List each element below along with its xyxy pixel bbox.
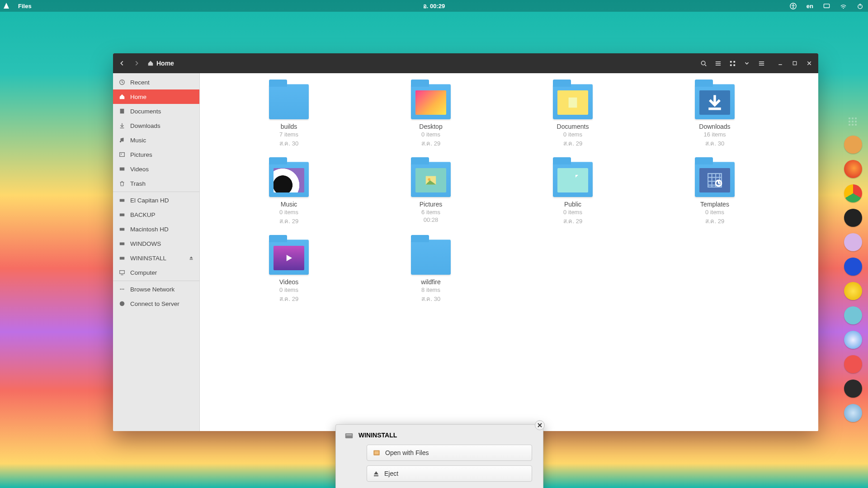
svg-rect-41 bbox=[374, 475, 378, 476]
dock-app-terminal[interactable] bbox=[844, 209, 862, 227]
dock-app-chromium[interactable] bbox=[844, 404, 862, 422]
folder-builds[interactable]: builds 7 items ส.ค. 30 bbox=[218, 84, 360, 148]
folder-date: ส.ค. 30 bbox=[421, 294, 440, 304]
eject-icon[interactable] bbox=[188, 254, 195, 262]
nav-back-button[interactable] bbox=[115, 56, 129, 70]
sidebar-item-windows[interactable]: WINDOWS bbox=[113, 236, 199, 251]
power-icon bbox=[857, 3, 863, 9]
minimize-button[interactable] bbox=[773, 56, 788, 70]
a11y-menu[interactable] bbox=[790, 3, 797, 9]
computer-icon bbox=[118, 269, 126, 276]
sidebar-item-home[interactable]: Home bbox=[113, 89, 199, 104]
dock-app-chrome[interactable] bbox=[844, 184, 862, 202]
chevron-down-icon bbox=[744, 60, 750, 66]
network-menu[interactable] bbox=[840, 3, 847, 9]
hamburger-menu-button[interactable] bbox=[754, 56, 769, 70]
dock-app-utility[interactable] bbox=[844, 355, 862, 373]
dock-app-editor[interactable] bbox=[844, 233, 862, 251]
svg-rect-17 bbox=[120, 153, 125, 157]
folder-pictures[interactable]: Pictures 6 items 00:28 bbox=[360, 162, 502, 226]
svg-rect-26 bbox=[120, 271, 125, 274]
dock-app-screenshot[interactable] bbox=[844, 306, 862, 324]
activities-button[interactable] bbox=[3, 2, 10, 9]
folder-wildfire[interactable]: wildfire 8 items ส.ค. 30 bbox=[360, 239, 502, 304]
titlebar[interactable]: Home bbox=[113, 53, 818, 73]
top-panel: Files อ. 00:29 en bbox=[0, 0, 868, 12]
dock-app-browser2[interactable] bbox=[844, 258, 862, 276]
folder-date: 00:28 bbox=[424, 216, 439, 223]
sidebar-item-backup[interactable]: BACKUP bbox=[113, 207, 199, 222]
places-sidebar: Recent Home Documents Downloads Music Pi… bbox=[113, 73, 200, 431]
trash-icon bbox=[118, 180, 126, 187]
notification-close-button[interactable] bbox=[535, 420, 545, 430]
search-icon bbox=[700, 60, 707, 67]
home-icon bbox=[147, 60, 154, 66]
sidebar-item-videos[interactable]: Videos bbox=[113, 162, 199, 176]
folder-date: ส.ค. 29 bbox=[563, 216, 582, 226]
drive-icon bbox=[118, 254, 126, 262]
folder-videos[interactable]: Videos 0 items ส.ค. 29 bbox=[218, 239, 360, 304]
keyboard-lang[interactable]: en bbox=[807, 3, 813, 9]
svg-rect-24 bbox=[120, 257, 125, 259]
folder-count: 0 items bbox=[563, 209, 582, 216]
svg-rect-13 bbox=[793, 61, 797, 65]
dock-app-settings[interactable] bbox=[844, 380, 862, 398]
display-menu[interactable] bbox=[823, 3, 830, 9]
dock-app-firefox[interactable] bbox=[844, 160, 862, 178]
eject-label: Eject bbox=[384, 470, 398, 477]
folder-date: ส.ค. 29 bbox=[563, 139, 582, 148]
sidebar-divider bbox=[113, 192, 199, 192]
dock-handle-icon[interactable] bbox=[849, 117, 858, 127]
eject-button[interactable]: Eject bbox=[367, 465, 532, 482]
maximize-button[interactable] bbox=[788, 56, 802, 70]
sidebar-item-browse-network[interactable]: Browse Network bbox=[113, 282, 199, 296]
sidebar-item-downloads[interactable]: Downloads bbox=[113, 118, 199, 133]
sidebar-item-computer[interactable]: Computer bbox=[113, 265, 199, 280]
dock-app-safari[interactable] bbox=[844, 331, 862, 349]
folder-templates[interactable]: Templates 0 items ส.ค. 29 bbox=[644, 162, 786, 226]
open-with-files-button[interactable]: Open with Files bbox=[367, 445, 532, 461]
clock[interactable]: อ. 00:29 bbox=[423, 1, 445, 11]
view-dropdown-button[interactable] bbox=[740, 56, 754, 70]
dock-app-files[interactable] bbox=[844, 136, 862, 154]
dock-app-music[interactable] bbox=[844, 282, 862, 300]
nav-forward-button[interactable] bbox=[129, 56, 144, 70]
sidebar-item-label: Trash bbox=[130, 180, 146, 187]
folder-documents[interactable]: Documents 0 items ส.ค. 29 bbox=[502, 84, 644, 148]
sidebar-item-macintosh-hd[interactable]: Macintosh HD bbox=[113, 222, 199, 236]
drive-icon bbox=[344, 430, 354, 440]
folder-date: ส.ค. 30 bbox=[705, 139, 724, 148]
folder-music[interactable]: Music 0 items ส.ค. 29 bbox=[218, 162, 360, 226]
view-grid-button[interactable] bbox=[725, 56, 740, 70]
sidebar-item-pictures[interactable]: Pictures bbox=[113, 147, 199, 162]
folder-icon bbox=[695, 84, 735, 119]
close-icon bbox=[538, 423, 542, 427]
sidebar-item-recent[interactable]: Recent bbox=[113, 75, 199, 89]
app-menu[interactable]: Files bbox=[18, 3, 32, 9]
sidebar-item-label: Downloads bbox=[130, 122, 160, 129]
folder-name: Templates bbox=[700, 201, 729, 208]
eject-icon bbox=[373, 470, 380, 477]
svg-rect-15 bbox=[120, 109, 124, 114]
folder-desktop[interactable]: Desktop 0 items ส.ค. 29 bbox=[360, 84, 502, 148]
sidebar-item-trash[interactable]: Trash bbox=[113, 176, 199, 191]
folder-name: Public bbox=[564, 201, 581, 208]
folder-icon bbox=[553, 162, 593, 197]
sidebar-item-wininstall[interactable]: WININSTALL bbox=[113, 251, 199, 265]
close-button[interactable] bbox=[802, 56, 816, 70]
path-bar[interactable]: Home bbox=[147, 60, 174, 67]
power-menu[interactable] bbox=[857, 3, 863, 9]
folder-count: 0 items bbox=[421, 131, 440, 138]
svg-point-3 bbox=[843, 8, 844, 9]
view-list-button[interactable] bbox=[711, 56, 725, 70]
sidebar-item-connect-to-server[interactable]: Connect to Server bbox=[113, 296, 199, 311]
sidebar-item-el-capitan-hd[interactable]: El Capitan HD bbox=[113, 193, 199, 207]
sidebar-item-music[interactable]: Music bbox=[113, 133, 199, 147]
folder-downloads[interactable]: Downloads 16 items ส.ค. 30 bbox=[644, 84, 786, 148]
content-area[interactable]: builds 7 items ส.ค. 30 Desktop 0 items ส… bbox=[200, 73, 818, 431]
folder-date: ส.ค. 29 bbox=[279, 294, 298, 304]
clock-icon bbox=[118, 79, 126, 86]
folder-public[interactable]: Public 0 items ส.ค. 29 bbox=[502, 162, 644, 226]
search-button[interactable] bbox=[696, 56, 711, 70]
sidebar-item-documents[interactable]: Documents bbox=[113, 104, 199, 118]
